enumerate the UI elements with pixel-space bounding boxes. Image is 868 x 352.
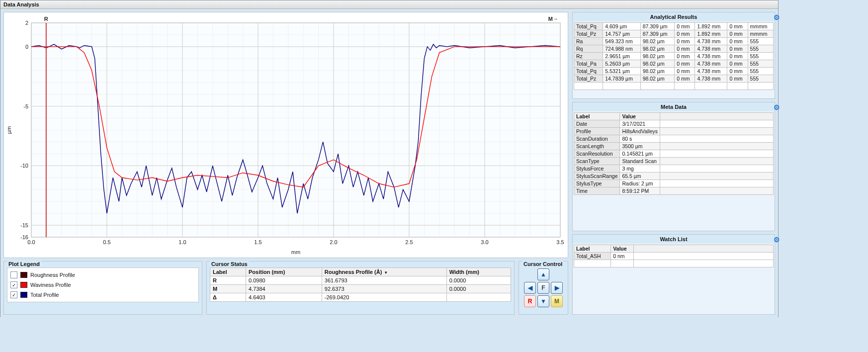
ar-cell: 4.738 mm (695, 38, 727, 45)
svg-text:R: R (44, 16, 48, 22)
gear-icon[interactable]: ⚙ (773, 236, 781, 244)
meta-label: ScanLength (574, 143, 620, 150)
ar-cell: 98.02 µm (640, 68, 675, 75)
ar-cell: 0 mm (727, 75, 748, 83)
ar-cell: mmmm (748, 30, 773, 38)
meta-label: ScanDuration (574, 135, 620, 143)
meta-label: StylusForce (574, 165, 620, 173)
ar-cell: 724.988 nm (603, 45, 640, 53)
meta-data-title: Meta Data (661, 104, 687, 110)
watch-value: 0 nm (611, 253, 634, 260)
cs-col-label: Label (210, 268, 246, 276)
ar-cell: 5.5321 µm (603, 68, 640, 75)
cs-col-width: Width (mm) (446, 268, 511, 276)
ar-cell: 0 mm (675, 30, 695, 38)
ar-cell: 4.738 mm (695, 75, 727, 83)
gear-icon[interactable]: ⚙ (773, 103, 781, 111)
watch-label: Total_ASH (574, 253, 611, 260)
swatch-roughness-icon (20, 272, 27, 278)
ar-cell: 0 mm (727, 68, 748, 75)
meta-label: StylusType (574, 180, 620, 187)
ar-cell: 0 mm (727, 38, 748, 45)
cs-row-m-val: 92.6373 (322, 285, 446, 293)
ar-cell: 0 mm (675, 23, 695, 30)
ar-cell: 0 mm (675, 45, 695, 53)
meta-value: HillsAndValleys (620, 128, 660, 135)
legend-check-total[interactable]: ✓ (10, 291, 17, 298)
svg-text:1.5: 1.5 (254, 239, 261, 245)
legend-label-waviness: Waviness Profile (30, 282, 71, 288)
ar-cell: 555 (748, 45, 773, 53)
cursor-f-button[interactable]: F (537, 282, 549, 294)
ar-cell: 0 mm (675, 68, 695, 75)
svg-text:3.5: 3.5 (556, 239, 564, 245)
svg-text:mm: mm (291, 249, 300, 255)
ar-cell: Ra (574, 38, 603, 45)
ar-cell: 4.738 mm (695, 45, 727, 53)
plot-legend-title: Plot Legend (7, 261, 41, 267)
ar-cell: Total_Pz (574, 75, 603, 83)
ar-cell: 98.02 µm (640, 45, 675, 53)
ar-cell: 0 mm (675, 75, 695, 83)
meta-value: 0.145821 µm (620, 150, 660, 158)
ar-cell: 0 mm (727, 45, 748, 53)
meta-value: 3/17/2021 (620, 120, 660, 128)
cursor-up-button[interactable]: ▲ (537, 268, 549, 280)
ar-cell: 0 mm (727, 30, 748, 38)
ar-cell: Total_Pq (574, 68, 603, 75)
legend-label-total: Total Profile (30, 292, 59, 298)
cursor-left-button[interactable]: ◀ (524, 282, 536, 294)
cursor-control-panel: Cursor Control ▲ ◀ F ▶ R ▼ M (519, 261, 568, 315)
svg-text:-5: -5 (23, 103, 28, 109)
cs-row-r-pos: 0.0980 (246, 276, 322, 285)
watch-list-table: LabelValueTotal_ASH0 nm (574, 245, 774, 267)
watch-col: Value (611, 245, 634, 253)
profile-chart[interactable]: 0.00.51.01.52.02.53.03.5-16-15-10-502mmµ… (3, 12, 568, 258)
svg-text:-15: -15 (20, 222, 28, 228)
analytical-results-panel: Analytical Results ⚙ Total_Pq4.609 µm87.… (572, 12, 775, 99)
svg-text:3.0: 3.0 (481, 239, 488, 245)
cs-row-d-val: -269.0420 (322, 293, 446, 302)
ar-cell: Total_Pq (574, 23, 603, 30)
analytical-results-table: Total_Pq4.609 µm87.309 µm0 mm1.892 mm0 m… (574, 22, 774, 90)
cs-row-r-label: R (210, 276, 246, 285)
ar-cell: 2.9651 µm (603, 53, 640, 60)
meta-value: 3500 µm (620, 143, 660, 150)
ar-cell: 4.738 mm (695, 68, 727, 75)
meta-value: 8:59:12 PM (620, 187, 660, 195)
cursor-status-table: Label Position (mm) Roughness Profile (Å… (210, 267, 511, 302)
cursor-right-button[interactable]: ▶ (551, 282, 563, 294)
dropdown-icon[interactable]: ▼ (384, 270, 388, 275)
svg-text:0.5: 0.5 (103, 239, 110, 245)
meta-value: 65.5 µm (620, 173, 660, 180)
cs-col-value[interactable]: Roughness Profile (Å)▼ (322, 268, 446, 276)
ar-cell: Total_Pz (574, 30, 603, 38)
legend-check-waviness[interactable]: ✓ (10, 281, 17, 288)
ar-cell: 555 (748, 38, 773, 45)
cursor-m-button[interactable]: M (551, 295, 563, 307)
meta-data-table: LabelValueDate3/17/2021ProfileHillsAndVa… (574, 112, 774, 195)
meta-value: Standard Scan (620, 158, 660, 165)
watch-list-panel: Watch List ⚙ LabelValueTotal_ASH0 nm (572, 234, 775, 315)
ar-cell: 0 mm (727, 60, 748, 68)
svg-text:0: 0 (25, 44, 28, 50)
cs-col-position: Position (mm) (246, 268, 322, 276)
cursor-down-button[interactable]: ▼ (537, 295, 549, 307)
ar-cell: 4.738 mm (695, 60, 727, 68)
cs-row-d-width (446, 293, 511, 302)
cs-row-m-label: M (210, 285, 246, 293)
cursor-r-button[interactable]: R (524, 295, 536, 307)
meta-label: Date (574, 120, 620, 128)
gear-icon[interactable]: ⚙ (773, 13, 781, 21)
ar-cell: 555 (748, 75, 773, 83)
svg-text:-16: -16 (20, 234, 28, 240)
svg-text:-10: -10 (20, 163, 28, 169)
svg-text:2.0: 2.0 (330, 239, 337, 245)
ar-cell: Rz (574, 53, 603, 60)
legend-check-roughness[interactable] (10, 271, 17, 278)
svg-text:1.0: 1.0 (178, 239, 186, 245)
meta-value: 80 s (620, 135, 660, 143)
ar-cell: 555 (748, 53, 773, 60)
ar-cell: 5.2603 µm (603, 60, 640, 68)
window-title: Data Analysis (0, 0, 778, 9)
